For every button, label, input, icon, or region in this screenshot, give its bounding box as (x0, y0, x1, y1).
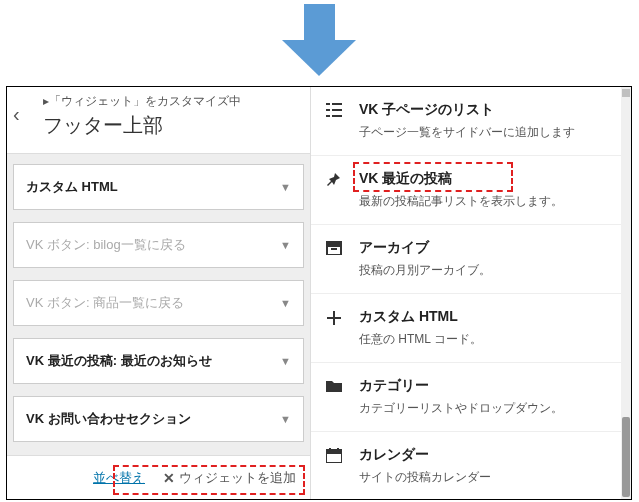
available-widget-desc: サイトの投稿カレンダー (359, 468, 611, 486)
widget-label: VK ボタン: bilog一覧に戻る (26, 236, 186, 254)
available-widget-item[interactable]: アーカイブ 投稿の月別アーカイブ。 (311, 225, 621, 294)
svg-rect-2 (326, 109, 330, 111)
available-widget-desc: 投稿の月別アーカイブ。 (359, 261, 611, 279)
svg-rect-6 (326, 241, 342, 245)
svg-rect-12 (326, 450, 342, 454)
caret-down-icon: ▼ (280, 297, 291, 309)
widgets-sidebar: ‹ ▸「ウィジェット」をカスタマイズ中 フッター上部 カスタム HTML ▼ V… (7, 87, 311, 499)
folder-icon (323, 377, 345, 417)
breadcrumb: ▸「ウィジェット」をカスタマイズ中 (43, 93, 300, 110)
reorder-link[interactable]: 並べ替え (93, 469, 145, 487)
widget-item[interactable]: VK ボタン: bilog一覧に戻る ▼ (13, 222, 304, 268)
widget-label: VK お問い合わせセクション (26, 410, 191, 428)
widget-item[interactable]: VK ボタン: 商品一覧に戻る ▼ (13, 280, 304, 326)
available-widget-item[interactable]: カスタム HTML 任意の HTML コード。 (311, 294, 621, 363)
svg-rect-13 (329, 448, 331, 452)
svg-rect-8 (331, 248, 337, 250)
caret-down-icon: ▼ (280, 355, 291, 367)
close-icon: ✕ (163, 470, 175, 486)
available-widget-item[interactable]: カテゴリー カテゴリーリストやドロップダウン。 (311, 363, 621, 432)
customizer-panel: ‹ ▸「ウィジェット」をカスタマイズ中 フッター上部 カスタム HTML ▼ V… (6, 86, 632, 500)
available-widget-desc: カテゴリーリストやドロップダウン。 (359, 399, 611, 417)
available-widget-title: VK 子ページのリスト (359, 101, 611, 119)
svg-rect-5 (332, 115, 342, 117)
available-widget-item[interactable]: VK 子ページのリスト 子ページ一覧をサイドバーに追加します (311, 87, 621, 156)
widget-item[interactable]: VK 最近の投稿: 最近のお知らせ ▼ (13, 338, 304, 384)
widget-item[interactable]: VK お問い合わせセクション ▼ (13, 396, 304, 442)
svg-rect-4 (326, 115, 330, 117)
widget-item[interactable]: カスタム HTML ▼ (13, 164, 304, 210)
plus-icon (323, 308, 345, 348)
svg-rect-3 (332, 109, 342, 111)
archive-icon (323, 239, 345, 279)
caret-down-icon: ▼ (280, 413, 291, 425)
available-widget-title: カスタム HTML (359, 308, 611, 326)
caret-down-icon: ▼ (280, 181, 291, 193)
svg-rect-7 (327, 246, 341, 255)
available-widget-title: アーカイブ (359, 239, 611, 257)
available-widget-item[interactable]: VK 最近の投稿 最新の投稿記事リストを表示します。 (311, 156, 621, 225)
down-arrow-graphic (292, 4, 347, 74)
scrollbar[interactable] (621, 87, 631, 499)
page-title: フッター上部 (43, 112, 300, 139)
svg-rect-1 (332, 103, 342, 105)
available-widget-desc: 最新の投稿記事リストを表示します。 (359, 192, 611, 210)
add-widget-label: ウィジェットを追加 (179, 469, 296, 487)
list-icon (323, 101, 345, 141)
back-button[interactable]: ‹ (13, 103, 20, 126)
widget-label: VK ボタン: 商品一覧に戻る (26, 294, 184, 312)
available-widget-desc: 任意の HTML コード。 (359, 330, 611, 348)
svg-rect-14 (337, 448, 339, 452)
available-widget-title: カテゴリー (359, 377, 611, 395)
available-widget-title: カレンダー (359, 446, 611, 464)
available-widgets-panel: VK 子ページのリスト 子ページ一覧をサイドバーに追加します VK 最近の投稿 … (311, 87, 631, 499)
available-widget-title: VK 最近の投稿 (359, 170, 611, 188)
svg-rect-10 (327, 317, 341, 319)
svg-rect-0 (326, 103, 330, 105)
widget-label: VK 最近の投稿: 最近のお知らせ (26, 352, 212, 370)
available-widget-desc: 子ページ一覧をサイドバーに追加します (359, 123, 611, 141)
available-widget-item[interactable]: カレンダー サイトの投稿カレンダー (311, 432, 621, 499)
widget-label: カスタム HTML (26, 178, 118, 196)
caret-down-icon: ▼ (280, 239, 291, 251)
sidebar-footer: 並べ替え ✕ ウィジェットを追加 (7, 455, 310, 499)
sidebar-header: ‹ ▸「ウィジェット」をカスタマイズ中 フッター上部 (7, 87, 310, 154)
pin-icon (323, 170, 345, 210)
widgets-list: カスタム HTML ▼ VK ボタン: bilog一覧に戻る ▼ VK ボタン:… (7, 154, 310, 455)
calendar-icon (323, 446, 345, 486)
add-widget-button[interactable]: ✕ ウィジェットを追加 (157, 465, 302, 491)
